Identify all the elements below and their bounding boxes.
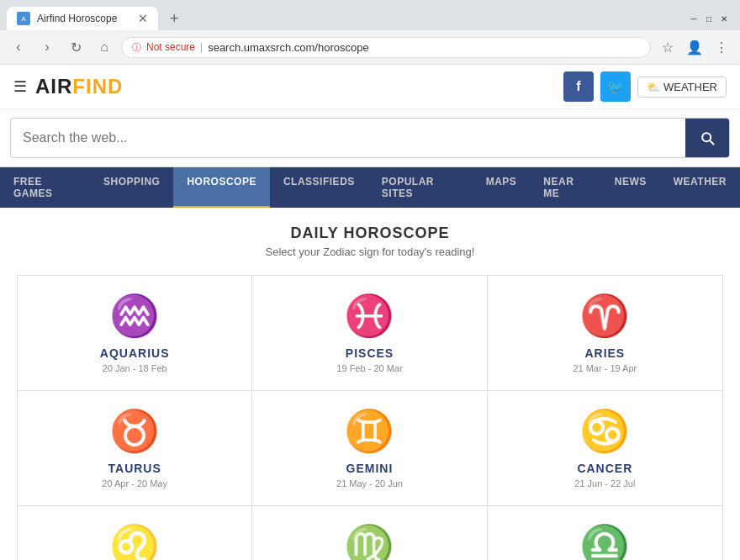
zodiac-cell-aries[interactable]: ♈ARIES21 Mar - 19 Apr [488, 276, 722, 391]
zodiac-cell-libra[interactable]: ♎LIBRA23 Sep - 22 Oct [488, 506, 722, 560]
search-section [0, 109, 740, 167]
zodiac-icon-cancer: ♋ [579, 408, 630, 455]
maximize-button[interactable]: □ [703, 13, 715, 24]
hamburger-menu[interactable]: ☰ [13, 77, 27, 96]
security-label: Not secure [146, 41, 195, 53]
weather-button[interactable]: ⛅ WEATHER [637, 77, 727, 98]
nav-item-popular-sites[interactable]: POPULAR SITES [368, 167, 473, 208]
back-button[interactable]: ‹ [7, 35, 30, 59]
url-text: search.umaxsrch.com/horoscope [208, 41, 368, 54]
minimize-button[interactable]: ─ [688, 13, 700, 24]
tab-title: Airfind Horoscope [37, 13, 131, 24]
zodiac-icon-aquarius: ♒ [109, 293, 160, 340]
zodiac-dates-gemini: 21 May - 20 Jun [336, 478, 403, 489]
zodiac-icon-gemini: ♊ [344, 408, 394, 455]
zodiac-dates-cancer: 21 Jun - 22 Jul [574, 478, 635, 489]
nav-item-news[interactable]: NEWS [601, 167, 660, 208]
zodiac-name-taurus: TAURUS [108, 462, 161, 475]
main-content: DAILY HOROSCOPE Select your Zodiac sign … [0, 208, 740, 560]
zodiac-cell-leo[interactable]: ♌LEO23 Jul - 22 Aug [18, 506, 252, 560]
zodiac-icon-aries: ♈ [579, 293, 630, 340]
zodiac-dates-aquarius: 20 Jan - 18 Feb [103, 363, 167, 373]
close-button[interactable]: ✕ [718, 13, 730, 24]
zodiac-grid: ♒AQUARIUS20 Jan - 18 Feb♓PISCES19 Feb - … [17, 275, 723, 560]
tab-close-button[interactable]: ✕ [138, 12, 148, 25]
weather-label: WEATHER [663, 81, 717, 93]
zodiac-cell-gemini[interactable]: ♊GEMINI21 May - 20 Jun [252, 391, 487, 506]
address-bar: ‹ › ↻ ⌂ ⓘ Not secure | search.umaxsrch.c… [0, 30, 740, 64]
zodiac-name-cancer: CANCER [577, 462, 632, 475]
nav-item-weather[interactable]: WEATHER [660, 167, 740, 208]
search-bar [10, 118, 730, 158]
menu-button[interactable]: ⋮ [710, 35, 733, 59]
zodiac-cell-pisces[interactable]: ♓PISCES19 Feb - 20 Mar [252, 276, 487, 391]
home-button[interactable]: ⌂ [92, 35, 116, 59]
zodiac-name-pisces: PISCES [346, 346, 394, 360]
tab-bar: A Airfind Horoscope ✕ + ─ □ ✕ [0, 0, 740, 30]
header-right: f 🐦 ⛅ WEATHER [563, 71, 727, 102]
logo: AIRFIND [35, 75, 123, 98]
tab-favicon: A [17, 12, 30, 25]
logo-air: AIR [35, 75, 72, 98]
zodiac-name-aquarius: AQUARIUS [100, 346, 170, 360]
weather-icon: ⛅ [647, 81, 660, 93]
page-header: ☰ AIRFIND f 🐦 ⛅ WEATHER [0, 65, 740, 109]
refresh-button[interactable]: ↻ [64, 35, 87, 59]
zodiac-icon-libra: ♎ [579, 523, 630, 560]
search-button[interactable] [685, 119, 729, 157]
zodiac-icon-pisces: ♓ [344, 293, 394, 340]
new-tab-button[interactable]: + [165, 8, 184, 29]
zodiac-cell-virgo[interactable]: ♍VIRGO23 Aug - 22 Sep [252, 506, 487, 560]
browser-chrome: A Airfind Horoscope ✕ + ─ □ ✕ ‹ › ↻ ⌂ ⓘ … [0, 0, 740, 65]
horoscope-title: DAILY HOROSCOPE [17, 225, 723, 242]
bookmark-button[interactable]: ☆ [656, 35, 679, 59]
account-button[interactable]: 👤 [683, 35, 706, 59]
nav-item-horoscope[interactable]: HOROSCOPE [173, 167, 270, 208]
nav-item-shopping[interactable]: SHOPPING [90, 167, 173, 208]
zodiac-icon-taurus: ♉ [109, 408, 160, 455]
address-actions: ☆ 👤 ⋮ [656, 35, 733, 59]
zodiac-dates-taurus: 20 Apr - 20 May [102, 478, 167, 489]
nav-item-near-me[interactable]: NEAR ME [530, 167, 600, 208]
zodiac-dates-aries: 21 Mar - 19 Apr [573, 363, 637, 373]
nav-item-free-games[interactable]: FREE GAMES [0, 167, 90, 208]
zodiac-name-gemini: GEMINI [346, 462, 394, 475]
zodiac-dates-pisces: 19 Feb - 20 Mar [336, 363, 402, 373]
zodiac-cell-aquarius[interactable]: ♒AQUARIUS20 Jan - 18 Feb [18, 276, 252, 391]
security-icon: ⓘ [132, 41, 141, 54]
forward-button[interactable]: › [35, 35, 59, 59]
search-icon [699, 129, 716, 146]
zodiac-icon-virgo: ♍ [344, 523, 394, 560]
window-controls: ─ □ ✕ [688, 13, 733, 24]
facebook-button[interactable]: f [563, 71, 594, 102]
logo-find: FIND [72, 75, 123, 98]
zodiac-cell-taurus[interactable]: ♉TAURUS20 Apr - 20 May [18, 391, 252, 506]
zodiac-icon-leo: ♌ [109, 523, 160, 560]
twitter-button[interactable]: 🐦 [600, 71, 631, 102]
nav-bar: FREE GAMESSHOPPINGHOROSCOPECLASSIFIEDSPO… [0, 167, 740, 208]
nav-item-maps[interactable]: MAPS [473, 167, 531, 208]
horoscope-subtitle: Select your Zodiac sign for today's read… [17, 246, 723, 258]
search-input[interactable] [11, 122, 685, 154]
active-tab[interactable]: A Airfind Horoscope ✕ [7, 7, 158, 30]
zodiac-name-aries: ARIES [584, 346, 625, 360]
url-bar[interactable]: ⓘ Not secure | search.umaxsrch.com/horos… [121, 37, 651, 58]
url-divider: | [200, 41, 203, 53]
zodiac-cell-cancer[interactable]: ♋CANCER21 Jun - 22 Jul [488, 391, 722, 506]
nav-item-classifieds[interactable]: CLASSIFIEDS [270, 167, 368, 208]
